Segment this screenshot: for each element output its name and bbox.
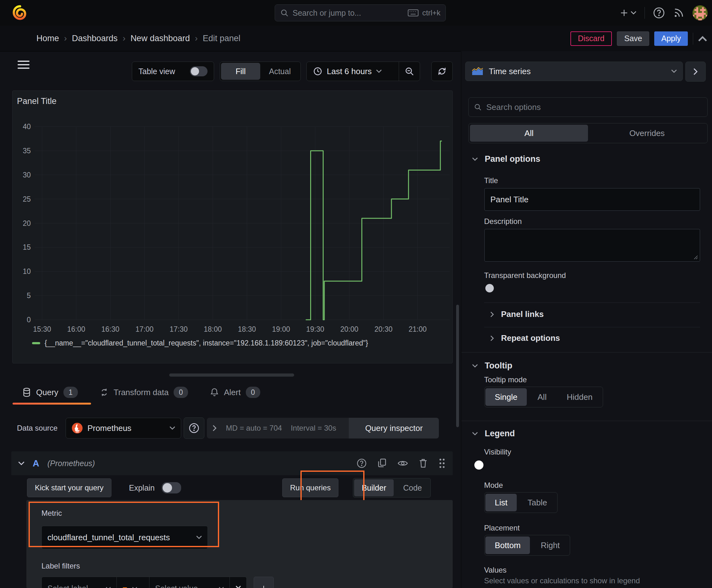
tab-overrides[interactable]: Overrides [588, 125, 706, 142]
code-option[interactable]: Code [395, 479, 429, 496]
svg-text:30: 30 [23, 171, 31, 179]
legend-section-header[interactable]: Legend [472, 429, 515, 439]
chevron-up-icon[interactable] [698, 36, 707, 41]
select-value-dropdown[interactable]: Select value [149, 577, 230, 588]
resize-handle[interactable] [169, 374, 294, 377]
legend-values-hint: Select values or calculations to show in… [484, 576, 640, 585]
datasource-label: Data source [17, 424, 58, 433]
svg-text:20: 20 [23, 219, 31, 227]
collapse-pane-button[interactable] [685, 62, 706, 82]
legend-table-option[interactable]: Table [518, 494, 556, 511]
metric-select[interactable]: cloudflared_tunnel_total_requests [41, 526, 208, 549]
breadcrumb-new-dashboard[interactable]: New dashboard [131, 34, 190, 43]
visualization-name: Time series [489, 67, 666, 76]
tab-alert-label: Alert [224, 387, 240, 397]
breadcrumb: Home › Dashboards › New dashboard › Edit… [37, 26, 240, 51]
panel-links-section[interactable]: Panel links [490, 309, 544, 319]
breadcrumb-dashboards[interactable]: Dashboards [72, 34, 118, 43]
svg-text:0: 0 [27, 316, 31, 324]
tooltip-hidden-option[interactable]: Hidden [557, 388, 602, 406]
datasource-help-button[interactable] [184, 417, 204, 439]
topbar-actions [619, 0, 708, 26]
panel-options-pane: Time series Search options All Overrides [461, 51, 712, 588]
query-row-header[interactable]: A (Prometheus) [11, 451, 453, 475]
delete-query-icon[interactable] [419, 458, 428, 468]
chart-legend: {__name__="cloudflared_tunnel_total_requ… [32, 339, 368, 348]
placement-bottom-option[interactable]: Bottom [486, 537, 530, 554]
vertical-scrollbar[interactable] [456, 305, 459, 427]
description-textarea[interactable] [484, 229, 700, 261]
tab-query[interactable]: Query 1 [22, 380, 78, 404]
add-filter-button[interactable] [254, 577, 274, 588]
run-queries-button[interactable]: Run queries [282, 478, 339, 497]
options-search-input[interactable]: Search options [468, 97, 708, 117]
svg-text:17:00: 17:00 [135, 325, 153, 333]
explain-toggle[interactable] [162, 482, 181, 493]
metric-value: cloudflared_tunnel_total_requests [47, 533, 191, 543]
panel-options-section-header[interactable]: Panel options [472, 154, 540, 164]
tab-all[interactable]: All [470, 125, 588, 142]
table-view-toggle[interactable] [190, 66, 208, 76]
news-icon[interactable] [673, 7, 684, 19]
global-search-input[interactable]: Search or jump to... ctrl+k [275, 4, 446, 21]
breadcrumb-home[interactable]: Home [37, 34, 59, 43]
tooltip-mode-switch: Single All Hidden [484, 387, 603, 407]
chevron-down-icon [631, 11, 637, 15]
tab-transform-data[interactable]: Transform data 0 [100, 380, 188, 404]
user-avatar[interactable] [693, 5, 708, 20]
svg-text:15:30: 15:30 [33, 325, 51, 333]
legend-list-option[interactable]: List [486, 494, 517, 511]
svg-text:35: 35 [23, 147, 31, 155]
time-range-picker[interactable]: Last 6 hours [307, 67, 399, 76]
repeat-options-section[interactable]: Repeat options [490, 333, 560, 343]
refresh-button[interactable] [431, 62, 453, 81]
save-button[interactable]: Save [617, 31, 649, 46]
panel-title[interactable]: Panel Title [17, 97, 57, 106]
series-label[interactable]: {__name__="cloudflared_tunnel_total_requ… [45, 339, 368, 348]
builder-option[interactable]: Builder [354, 479, 394, 496]
kickstart-button[interactable]: Kick start your query [27, 478, 111, 497]
legend-mode-label: Mode [484, 481, 503, 490]
search-shortcut-label: ctrl+k [422, 8, 440, 17]
toggle-visibility-icon[interactable] [397, 459, 408, 467]
svg-text:16:00: 16:00 [67, 325, 85, 333]
visualization-picker[interactable]: Time series [465, 62, 683, 81]
new-dashboard-button[interactable] [619, 8, 637, 18]
actual-option[interactable]: Actual [260, 63, 300, 80]
duplicate-query-icon[interactable] [377, 458, 387, 468]
svg-text:18:30: 18:30 [238, 325, 256, 333]
remove-filter-button[interactable] [230, 577, 247, 588]
zoom-out-button[interactable] [399, 66, 420, 76]
drag-handle-icon[interactable] [438, 458, 446, 469]
resize-corner-icon[interactable] [693, 254, 698, 259]
tab-alert[interactable]: Alert 0 [210, 380, 260, 404]
datasource-picker[interactable]: Prometheus [66, 418, 181, 439]
explain-label: Explain [129, 483, 155, 492]
legend-mode-switch: List Table [484, 492, 558, 513]
query-options-summary[interactable]: MD = auto = 704 Interval = 30s [207, 418, 349, 439]
table-view-control: Table view [132, 62, 214, 81]
title-label: Title [484, 176, 498, 185]
title-input[interactable]: Panel Title [484, 188, 700, 211]
menu-toggle-icon[interactable] [18, 61, 29, 69]
discard-button[interactable]: Discard [570, 31, 612, 46]
help-circle-icon [189, 423, 199, 434]
select-label-dropdown[interactable]: Select label [41, 577, 117, 588]
timeseries-chart[interactable]: 051015202530354015:3016:0016:3017:0017:3… [13, 110, 452, 353]
operator-dropdown[interactable]: = [117, 577, 149, 588]
query-help-icon[interactable] [357, 458, 367, 468]
tooltip-single-option[interactable]: Single [486, 388, 527, 406]
tooltip-section-header[interactable]: Tooltip [472, 361, 512, 371]
query-inspector-button[interactable]: Query inspector [349, 418, 439, 439]
apply-button[interactable]: Apply [654, 31, 688, 46]
fill-option[interactable]: Fill [221, 63, 260, 80]
help-icon[interactable] [653, 7, 665, 19]
chevron-down-icon [472, 364, 478, 368]
builder-code-switch: Builder Code [353, 478, 431, 498]
placement-right-option[interactable]: Right [531, 537, 569, 554]
grafana-logo-icon[interactable] [13, 5, 28, 20]
description-label: Description [484, 217, 522, 226]
chevron-right-icon [490, 312, 494, 317]
tooltip-all-option[interactable]: All [528, 388, 556, 406]
svg-text:17:30: 17:30 [170, 325, 188, 333]
